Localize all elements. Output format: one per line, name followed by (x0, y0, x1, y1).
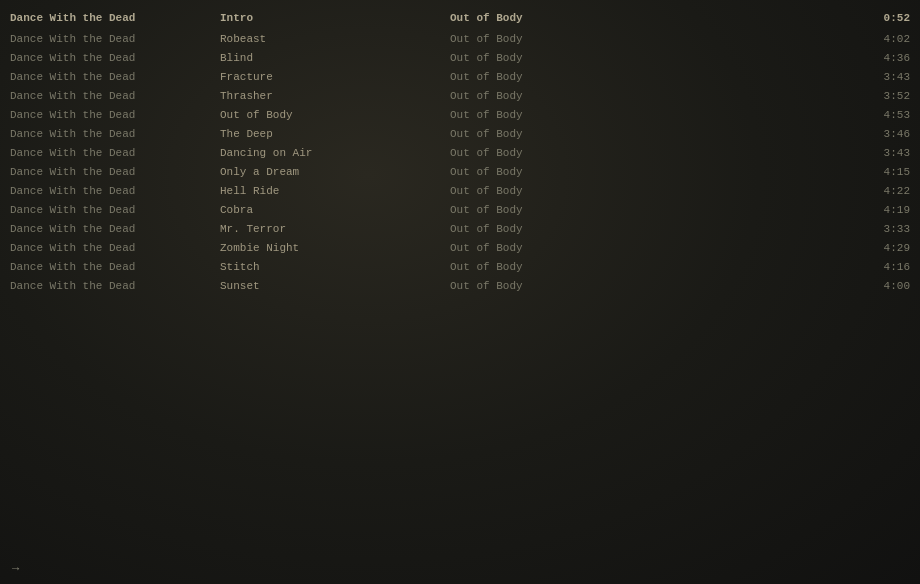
track-album: Out of Body (450, 128, 850, 140)
track-title: Stitch (220, 261, 450, 273)
track-duration: 4:29 (850, 242, 910, 254)
track-artist: Dance With the Dead (10, 52, 220, 64)
track-artist: Dance With the Dead (10, 261, 220, 273)
track-album: Out of Body (450, 223, 850, 235)
track-duration: 3:43 (850, 71, 910, 83)
track-row[interactable]: Dance With the DeadOut of BodyOut of Bod… (0, 105, 920, 124)
track-title: Cobra (220, 204, 450, 216)
header-album: Out of Body (450, 12, 850, 24)
track-title: The Deep (220, 128, 450, 140)
track-artist: Dance With the Dead (10, 71, 220, 83)
track-title: Robeast (220, 33, 450, 45)
track-row[interactable]: Dance With the DeadFractureOut of Body3:… (0, 67, 920, 86)
track-title: Thrasher (220, 90, 450, 102)
track-row[interactable]: Dance With the DeadThe DeepOut of Body3:… (0, 124, 920, 143)
header-duration: 0:52 (850, 12, 910, 24)
track-duration: 4:16 (850, 261, 910, 273)
track-album: Out of Body (450, 147, 850, 159)
bottom-arrow: → (12, 562, 19, 576)
track-artist: Dance With the Dead (10, 223, 220, 235)
track-title: Sunset (220, 280, 450, 292)
track-title: Fracture (220, 71, 450, 83)
track-album: Out of Body (450, 33, 850, 45)
track-duration: 4:19 (850, 204, 910, 216)
track-row[interactable]: Dance With the DeadRobeastOut of Body4:0… (0, 29, 920, 48)
track-album: Out of Body (450, 71, 850, 83)
header-artist: Dance With the Dead (10, 12, 220, 24)
track-row[interactable]: Dance With the DeadMr. TerrorOut of Body… (0, 219, 920, 238)
track-row[interactable]: Dance With the DeadBlindOut of Body4:36 (0, 48, 920, 67)
track-title: Mr. Terror (220, 223, 450, 235)
track-row[interactable]: Dance With the DeadThrasherOut of Body3:… (0, 86, 920, 105)
track-album: Out of Body (450, 261, 850, 273)
track-title: Dancing on Air (220, 147, 450, 159)
track-album: Out of Body (450, 204, 850, 216)
track-row[interactable]: Dance With the DeadStitchOut of Body4:16 (0, 257, 920, 276)
track-list-header: Dance With the Dead Intro Out of Body 0:… (0, 8, 920, 27)
track-title: Out of Body (220, 109, 450, 121)
track-artist: Dance With the Dead (10, 185, 220, 197)
track-album: Out of Body (450, 52, 850, 64)
track-title: Blind (220, 52, 450, 64)
track-row[interactable]: Dance With the DeadOnly a DreamOut of Bo… (0, 162, 920, 181)
track-artist: Dance With the Dead (10, 128, 220, 140)
track-row[interactable]: Dance With the DeadDancing on AirOut of … (0, 143, 920, 162)
track-artist: Dance With the Dead (10, 147, 220, 159)
track-duration: 4:02 (850, 33, 910, 45)
track-duration: 4:53 (850, 109, 910, 121)
track-list: Dance With the Dead Intro Out of Body 0:… (0, 0, 920, 303)
track-album: Out of Body (450, 185, 850, 197)
track-duration: 3:52 (850, 90, 910, 102)
track-duration: 4:22 (850, 185, 910, 197)
track-artist: Dance With the Dead (10, 33, 220, 45)
track-artist: Dance With the Dead (10, 204, 220, 216)
track-row[interactable]: Dance With the DeadHell RideOut of Body4… (0, 181, 920, 200)
track-album: Out of Body (450, 166, 850, 178)
track-artist: Dance With the Dead (10, 280, 220, 292)
track-artist: Dance With the Dead (10, 242, 220, 254)
track-duration: 3:33 (850, 223, 910, 235)
track-artist: Dance With the Dead (10, 109, 220, 121)
track-duration: 3:43 (850, 147, 910, 159)
track-artist: Dance With the Dead (10, 166, 220, 178)
track-duration: 4:00 (850, 280, 910, 292)
track-title: Zombie Night (220, 242, 450, 254)
track-title: Hell Ride (220, 185, 450, 197)
track-duration: 4:15 (850, 166, 910, 178)
track-album: Out of Body (450, 242, 850, 254)
track-row[interactable]: Dance With the DeadSunsetOut of Body4:00 (0, 276, 920, 295)
track-artist: Dance With the Dead (10, 90, 220, 102)
track-album: Out of Body (450, 280, 850, 292)
track-album: Out of Body (450, 109, 850, 121)
track-row[interactable]: Dance With the DeadZombie NightOut of Bo… (0, 238, 920, 257)
track-duration: 4:36 (850, 52, 910, 64)
track-row[interactable]: Dance With the DeadCobraOut of Body4:19 (0, 200, 920, 219)
track-duration: 3:46 (850, 128, 910, 140)
track-title: Only a Dream (220, 166, 450, 178)
header-title: Intro (220, 12, 450, 24)
track-album: Out of Body (450, 90, 850, 102)
